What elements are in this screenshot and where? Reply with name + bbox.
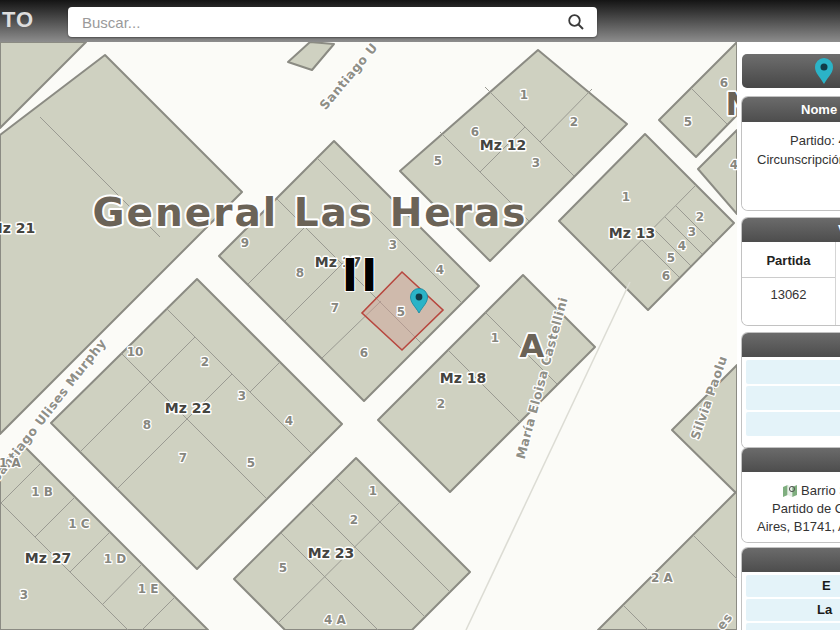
parcel-number-label: 3 bbox=[389, 238, 397, 252]
parcel-number-label: 1 D bbox=[104, 552, 127, 566]
data-row: La bbox=[746, 599, 840, 621]
block-label: Mz 23 bbox=[308, 545, 354, 561]
parcel-number-label: 3 bbox=[20, 588, 28, 602]
parcel-number-label: 6 bbox=[360, 346, 368, 360]
parcel-number-label: 1 bbox=[622, 190, 630, 204]
parcel-number-label: 3 bbox=[532, 156, 540, 170]
data-row: E bbox=[746, 575, 840, 597]
search-icon[interactable] bbox=[567, 13, 585, 31]
panel-title bbox=[742, 333, 840, 357]
parcel-number-label: 1 A bbox=[0, 456, 22, 470]
parcel-number-label: 5 bbox=[279, 561, 287, 575]
address-line: Barrio S bbox=[801, 483, 840, 498]
parcel-number-label: 8 bbox=[143, 418, 151, 432]
parcel-number-label: 6 bbox=[662, 269, 670, 283]
parcel-number-label: 2 bbox=[570, 115, 578, 129]
parcel-number-label: 5 bbox=[434, 154, 442, 168]
data-row[interactable] bbox=[746, 360, 840, 384]
app-window: TO bbox=[0, 0, 840, 630]
block-label: Mz 21 bbox=[0, 220, 35, 236]
section-letter-label: II bbox=[342, 250, 381, 301]
parcel-number-label: 4 bbox=[285, 414, 293, 428]
parcel-number-label: 1 bbox=[491, 331, 499, 345]
sidebar-panel-nomenclatura: Nome Partido: 4 Circunscripción bbox=[742, 97, 840, 210]
parcel-number-label: 7 bbox=[179, 451, 187, 465]
parcel-number-label: 2 bbox=[437, 397, 445, 411]
data-row[interactable] bbox=[746, 386, 840, 410]
block-label: Mz 27 bbox=[25, 550, 71, 566]
parcel-number-label: 1 B bbox=[31, 485, 53, 499]
parcel-number-label: 9 bbox=[241, 236, 249, 250]
block-label: Mz 18 bbox=[440, 370, 486, 386]
parcel-number-label: 1 bbox=[520, 88, 528, 102]
parcel-number-label: 5 bbox=[684, 115, 692, 129]
panel-title: Nome bbox=[742, 97, 840, 122]
map-icon bbox=[783, 485, 797, 497]
sidebar-panel-address: Barrio S Partido de G Aires, B1741, A bbox=[742, 448, 840, 542]
partida-column-header: Partida bbox=[742, 242, 835, 278]
parcel-number-label: 5 bbox=[247, 456, 255, 470]
parcel-number-label: 1 C bbox=[68, 517, 90, 531]
sidebar-panel-data-rows bbox=[742, 333, 840, 448]
location-pin-icon bbox=[814, 57, 836, 86]
block-label: Mz 22 bbox=[165, 400, 211, 416]
parcel-number-label: 1 bbox=[369, 484, 377, 498]
block-polygon bbox=[598, 491, 737, 630]
top-header-bar: TO bbox=[0, 0, 840, 42]
parcel-number-label: 4 bbox=[678, 239, 686, 253]
panel-title bbox=[742, 548, 840, 572]
parcel-number-label: 5 bbox=[667, 251, 675, 265]
panel-title bbox=[742, 448, 840, 472]
block-label: Mz 13 bbox=[609, 225, 655, 241]
parcel-number-label: 2 bbox=[350, 513, 358, 527]
sidebar-panel-valuaciones: V Partida 13062 bbox=[742, 218, 840, 325]
parcel-number-label: 4 A bbox=[324, 613, 347, 627]
section-letter-label: N bbox=[726, 85, 737, 123]
nomenclatura-line: Circunscripción bbox=[742, 150, 840, 169]
parcel-number-label: 3 bbox=[238, 389, 246, 403]
parcel-number-label: 2 bbox=[201, 355, 209, 369]
map-canvas[interactable]: General Las Heras Santiago USantiago Uli… bbox=[0, 42, 737, 630]
data-row[interactable] bbox=[746, 412, 840, 436]
parcel-number-label: 2 A bbox=[651, 571, 674, 585]
app-logo: TO bbox=[2, 7, 34, 33]
parcel-number-label: 7 bbox=[331, 301, 339, 315]
data-row bbox=[746, 623, 840, 630]
parcel-number-label: 8 bbox=[296, 266, 304, 280]
block-label: Mz 12 bbox=[480, 137, 526, 153]
address-line: Aires, B1741, A bbox=[742, 518, 840, 536]
parcel-number-label: 6 bbox=[471, 125, 479, 139]
parcel-number-label: 2 bbox=[696, 210, 704, 224]
sidebar-panel-coordinates: E La bbox=[742, 548, 840, 630]
parcel-number-label: 4 bbox=[730, 158, 737, 172]
parcel-number-label: 5 bbox=[397, 305, 405, 319]
town-label: General Las Heras bbox=[93, 190, 528, 235]
sidebar-pin-panel[interactable] bbox=[742, 54, 840, 88]
partida-value: 13062 bbox=[742, 278, 835, 302]
parcel-number-label: 10 bbox=[127, 345, 144, 359]
nomenclatura-line: Partido: 4 bbox=[742, 122, 840, 150]
parcel-number-label: 1 E bbox=[138, 582, 159, 596]
map-blocks[interactable] bbox=[0, 42, 737, 630]
search-input[interactable] bbox=[68, 7, 597, 37]
parcel-number-label: 4 bbox=[436, 263, 444, 277]
search-box bbox=[68, 7, 597, 37]
panel-title: V bbox=[742, 218, 840, 242]
section-letter-label: A bbox=[520, 327, 545, 365]
block-polygon bbox=[288, 42, 334, 70]
parcel-number-label: 3 bbox=[688, 225, 696, 239]
address-line: Partido de G bbox=[742, 500, 840, 518]
